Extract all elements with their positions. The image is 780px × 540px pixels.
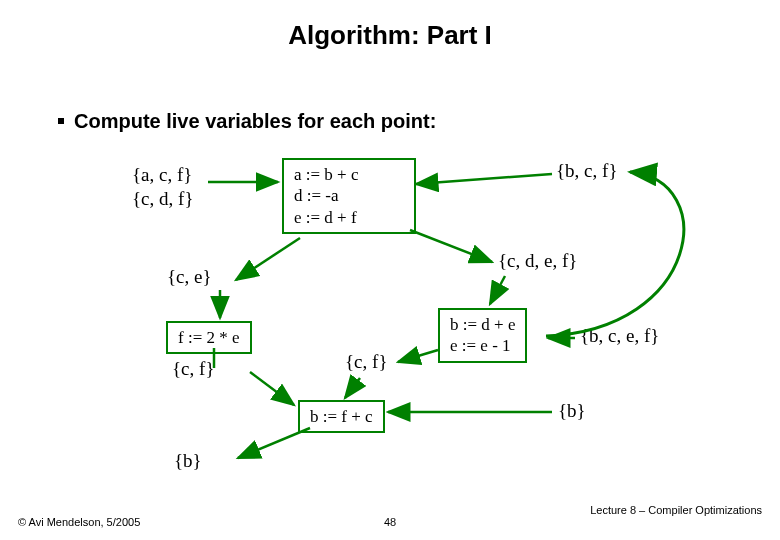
label-cdef: {c, d, e, f} xyxy=(498,250,577,272)
label-b-right: {b} xyxy=(558,400,586,422)
node-block-3: b := d + e e := e - 1 xyxy=(438,308,527,363)
flow-edges xyxy=(0,0,780,540)
node-block-1: a := b + c d := -a e := d + f xyxy=(282,158,416,234)
label-ce: {c, e} xyxy=(167,266,212,288)
label-cf-left: {c, f} xyxy=(172,358,215,380)
label-bcef: {b, c, e, f} xyxy=(580,325,659,347)
bullet-line: Compute live variables for each point: xyxy=(58,110,436,133)
label-bcf: {b, c, f} xyxy=(556,160,618,182)
footer-copyright: © Avi Mendelson, 5/2005 xyxy=(18,516,140,528)
label-cdf: {c, d, f} xyxy=(132,188,194,210)
svg-line-3 xyxy=(410,230,492,262)
label-b-bottom: {b} xyxy=(174,450,202,472)
svg-line-4 xyxy=(490,276,505,304)
label-cf-mid: {c, f} xyxy=(345,351,388,373)
label-acf: {a, c, f} xyxy=(132,164,192,186)
svg-line-7 xyxy=(398,350,438,362)
footer-lecture: Lecture 8 – Compiler Optimizations xyxy=(590,504,762,516)
page-number: 48 xyxy=(384,516,396,528)
svg-line-1 xyxy=(236,238,300,280)
node-block-4: b := f + c xyxy=(298,400,385,433)
page-title: Algorithm: Part I xyxy=(0,20,780,51)
svg-line-8 xyxy=(345,378,360,398)
bullet-text: Compute live variables for each point: xyxy=(74,110,436,132)
node-block-2: f := 2 * e xyxy=(166,321,252,354)
svg-line-12 xyxy=(416,174,552,184)
svg-line-6 xyxy=(250,372,294,405)
bullet-dot-icon xyxy=(58,118,64,124)
